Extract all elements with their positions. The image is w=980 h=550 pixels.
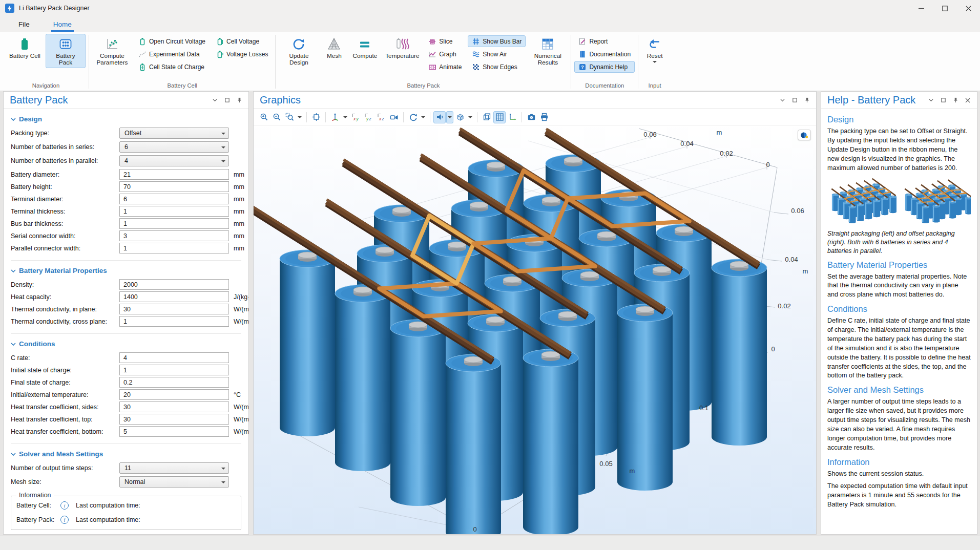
show-air-button[interactable]: Show Air [468, 48, 526, 60]
scene-light-button[interactable] [433, 111, 446, 123]
mesh-size-select[interactable]: Normal [119, 476, 229, 488]
heat-transfer-bottom-input[interactable]: 5 [119, 426, 229, 437]
initial-state-of-charge-input[interactable]: 1 [119, 365, 229, 375]
serial-connector-width-input[interactable]: 3 [119, 230, 229, 241]
terminal-diameter-input[interactable]: 6 [119, 194, 229, 204]
help-panel-header: Help - Battery Pack [821, 92, 977, 109]
tab-file[interactable]: File [13, 18, 35, 32]
reset-dropdown-icon[interactable] [653, 61, 657, 63]
view-xy-button[interactable]: xy [349, 111, 362, 123]
battery-pack-3d-scene[interactable] [254, 125, 816, 534]
battery-cell-button[interactable]: Battery Cell [6, 34, 44, 61]
panel-float-icon[interactable] [790, 96, 799, 104]
panel-pin-icon[interactable] [951, 96, 960, 104]
initial-external-temperature-input[interactable]: 20 [119, 389, 229, 400]
density-input[interactable]: 2000 [119, 279, 229, 290]
wireframe-button[interactable] [481, 111, 493, 123]
view-xz-button[interactable]: xz [375, 111, 387, 123]
minimize-button[interactable] [909, 0, 933, 16]
grid-button[interactable] [493, 111, 506, 123]
final-state-of-charge-input[interactable]: 0.2 [119, 377, 229, 388]
c-rate-input[interactable]: 4 [119, 352, 229, 363]
compute-button[interactable]: Compute [349, 34, 380, 61]
zoom-in-button[interactable] [258, 111, 270, 123]
battery-height-input[interactable]: 70 [119, 181, 229, 192]
report-button[interactable]: Report [574, 35, 635, 47]
packing-type-select[interactable]: Offset [119, 128, 229, 139]
chevron-down-icon [221, 133, 225, 135]
show-edges-button[interactable]: Show Edges [468, 61, 526, 73]
axis-indicator-button[interactable] [506, 111, 518, 123]
experimental-data-button[interactable]: Experimental Data [134, 48, 210, 60]
light-dropdown-icon[interactable] [446, 111, 453, 123]
batteries-in-parallel-select[interactable]: 4 [119, 155, 229, 166]
cell-state-of-charge-button[interactable]: Cell State of Charge [134, 61, 210, 73]
panel-float-icon[interactable] [223, 96, 231, 104]
show-air-icon [472, 50, 480, 58]
battery-pack-button[interactable]: Battery Pack [46, 34, 86, 68]
numerical-results-button[interactable]: Numerical Results [528, 34, 568, 68]
section-title: Design [19, 115, 42, 123]
dynamic-help-button[interactable]: ? Dynamic Help [574, 61, 635, 73]
section-collapse-icon[interactable] [11, 117, 16, 122]
section-collapse-icon[interactable] [11, 268, 16, 273]
zoom-box-button[interactable] [283, 111, 296, 123]
voltage-losses-button[interactable]: Voltage Losses [212, 48, 272, 60]
terminal-thickness-input[interactable]: 1 [119, 206, 229, 217]
view-dropdown-icon[interactable] [342, 111, 349, 123]
cell-voltage-button[interactable]: Cell Voltage [212, 35, 272, 47]
section-conditions: Conditions C rate:4 Initial state of cha… [11, 333, 241, 438]
panel-menu-chevron-icon[interactable] [211, 96, 219, 104]
help-text: Shows the current session status. [827, 470, 971, 479]
slice-icon [428, 37, 436, 46]
zoom-extents-button[interactable] [310, 111, 322, 123]
battery-diameter-input[interactable]: 21 [119, 169, 229, 180]
maximize-button[interactable] [933, 0, 956, 16]
panel-close-icon[interactable] [964, 96, 972, 104]
mesh-button[interactable]: Mesh [321, 34, 347, 61]
graph-button[interactable]: Graph [424, 48, 466, 60]
heat-capacity-input[interactable]: 1400 [119, 291, 229, 302]
default-view-button[interactable] [329, 111, 341, 123]
compute-parameters-button[interactable]: Compute Parameters [92, 34, 132, 68]
update-design-button[interactable]: Update Design [279, 34, 319, 68]
panel-pin-icon[interactable] [235, 96, 243, 104]
parallel-connector-width-input[interactable]: 1 [119, 243, 229, 253]
section-collapse-icon[interactable] [11, 342, 16, 347]
temperature-button[interactable]: Temperature [382, 34, 422, 61]
zoom-dropdown-icon[interactable] [296, 111, 303, 123]
reset-button[interactable]: Reset [641, 34, 668, 65]
documentation-button[interactable]: Documentation [574, 48, 635, 60]
heat-transfer-top-input[interactable]: 30 [119, 414, 229, 425]
animate-button[interactable]: Animate [424, 61, 466, 73]
offset-packaging-image [901, 176, 971, 227]
batteries-in-series-select[interactable]: 6 [119, 141, 229, 153]
view-yz-button[interactable]: yz [362, 111, 374, 123]
panel-float-icon[interactable] [939, 96, 947, 104]
show-bus-bar-button[interactable]: Show Bus Bar [468, 35, 526, 47]
tab-home[interactable]: Home [48, 18, 77, 32]
heat-transfer-sides-input[interactable]: 30 [119, 401, 229, 412]
bus-bar-thickness-input[interactable]: 1 [119, 218, 229, 229]
comsol-logo-button[interactable] [798, 130, 811, 140]
panel-menu-chevron-icon[interactable] [927, 96, 935, 104]
output-time-steps-select[interactable]: 11 [119, 462, 229, 474]
panel-pin-icon[interactable] [803, 96, 811, 104]
projection-button[interactable] [388, 111, 400, 123]
svg-text:z: z [382, 116, 385, 121]
zoom-out-button[interactable] [270, 111, 283, 123]
environment-button[interactable] [454, 111, 466, 123]
open-circuit-voltage-button[interactable]: Open Circuit Voltage [134, 35, 210, 47]
slice-button[interactable]: Slice [424, 35, 466, 47]
panel-menu-chevron-icon[interactable] [778, 96, 786, 104]
rotate-dropdown-icon[interactable] [420, 111, 427, 123]
rotate-button[interactable] [407, 111, 419, 123]
section-collapse-icon[interactable] [11, 452, 16, 457]
graphics-canvas[interactable]: 0.06 0.04 0.02 0 m 0.06 0.04 0.02 0 m 0.… [254, 125, 816, 534]
print-button[interactable] [538, 111, 550, 123]
thermal-conductivity-in-plane-input[interactable]: 30 [119, 304, 229, 314]
snapshot-button[interactable] [525, 111, 537, 123]
close-button[interactable] [956, 0, 980, 16]
thermal-conductivity-cross-plane-input[interactable]: 1 [119, 316, 229, 327]
environment-dropdown-icon[interactable] [467, 111, 474, 123]
